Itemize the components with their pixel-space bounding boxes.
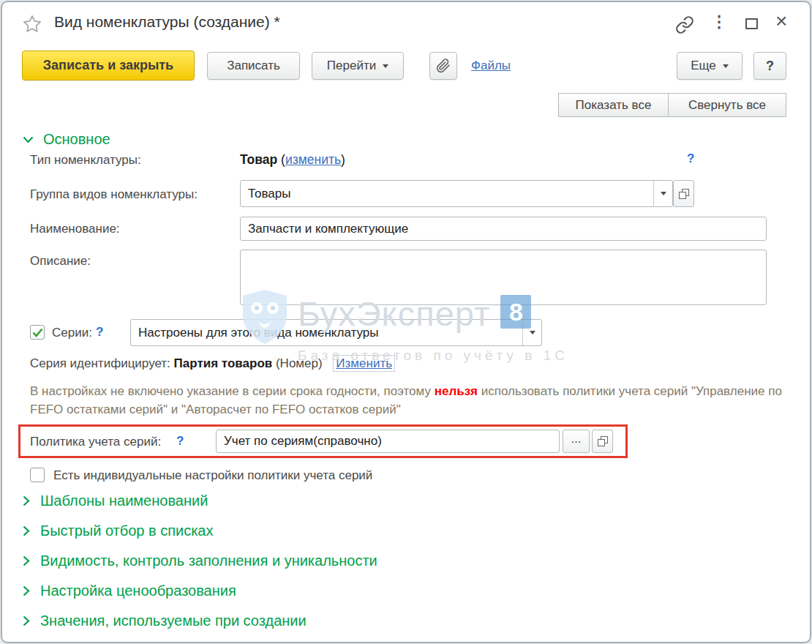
section-label: Видимость, контроль заполнения и уникаль… [40,553,377,569]
policy-input[interactable] [216,430,560,453]
group-open-button[interactable] [673,180,694,207]
paperclip-icon [436,59,451,73]
policy-highlight-frame: Политика учета серий: ? ... [18,424,628,458]
name-label: Наименование: [30,222,120,236]
warning-part1: В настройках не включено указание в сери… [30,384,435,398]
section-name-templates[interactable]: Шаблоны наименований [23,486,377,516]
group-value[interactable]: Товары [241,181,653,206]
view-button-group: Показать все Свернуть все [558,93,786,117]
description-textarea[interactable] [240,250,767,305]
section-main-header[interactable]: Основное [23,131,110,148]
section-main-label: Основное [43,131,110,148]
identifies-suffix: (Номер) [276,356,323,370]
page-title: Вид номенклатуры (создание) * [54,13,280,31]
chevron-right-icon [23,615,30,626]
section-label: Шаблоны наименований [40,493,208,509]
more-button[interactable]: Еще [677,52,743,80]
attachment-button[interactable] [429,52,457,80]
collapse-all-button[interactable]: Свернуть все [668,93,786,117]
open-value-icon [679,189,689,199]
section-visibility-control[interactable]: Видимость, контроль заполнения и уникаль… [23,546,377,576]
checkmark-icon [32,328,43,337]
goto-button[interactable]: Перейти [312,52,404,80]
group-combobox[interactable]: Товары [240,180,673,207]
maximize-icon[interactable] [745,18,758,29]
goto-label: Перейти [327,59,376,73]
chevron-down-icon [383,64,388,68]
chevron-down-icon [661,192,666,195]
description-label: Описание: [30,254,91,269]
kebab-menu-icon[interactable]: ⋮ [710,12,728,31]
save-label: Записать [227,59,280,73]
type-label: Тип номенклатуры: [30,153,141,168]
favorite-star-icon[interactable] [22,14,42,34]
type-value-text: Товар [240,152,277,167]
section-label: Значения, используемые при создании [40,613,307,629]
chevron-right-icon [23,525,30,536]
copy-link-icon[interactable] [674,15,696,34]
individual-settings-checkbox[interactable] [30,468,45,482]
chevron-right-icon [23,555,30,566]
chevron-down-icon [530,331,535,334]
show-all-button[interactable]: Показать все [558,93,668,117]
warning-red-word: нельзя [435,384,478,398]
help-button[interactable]: ? [753,52,786,80]
identifies-label: Серия идентифицирует: [30,356,170,370]
group-dropdown-button[interactable] [653,181,672,206]
series-warning-text: В настройках не включено указание в сери… [30,382,791,419]
open-value-icon [598,436,608,446]
section-pricing-setup[interactable]: Настройка ценообразования [23,576,377,606]
save-button[interactable]: Записать [207,52,300,80]
chevron-right-icon [23,495,30,506]
type-change-link[interactable]: изменить [285,152,341,167]
name-input[interactable] [240,217,767,241]
more-label: Еще [691,59,716,73]
chevron-right-icon [23,585,30,596]
section-creation-values[interactable]: Значения, используемые при создании [23,606,377,636]
series-mode-value[interactable]: Настроены для этого вида номенклатуры [131,320,522,345]
group-label: Группа видов номенклатуры: [30,187,198,202]
save-and-close-button[interactable]: Записать и закрыть [22,50,195,80]
policy-label: Политика учета серий: [30,435,161,449]
chevron-down-icon [23,136,34,143]
policy-choose-button[interactable]: ... [563,430,590,453]
series-help-icon[interactable]: ? [96,325,103,340]
section-quick-filter[interactable]: Быстрый отбор в списках [23,516,377,546]
individual-settings-label: Есть индивидуальные настройки политики у… [53,468,372,483]
series-identifies-row: Серия идентифицирует: Партия товаров (Но… [30,356,395,371]
series-label: Серии: [52,326,92,340]
identifies-value: Партия товаров [174,356,273,370]
policy-help-icon[interactable]: ? [176,434,184,449]
policy-open-button[interactable] [592,430,613,453]
window-nomenclature-type: Вид номенклатуры (создание) * ⋮ × Записа… [1,1,811,643]
files-link[interactable]: Файлы [471,59,511,73]
series-mode-combobox[interactable]: Настроены для этого вида номенклатуры [130,319,542,346]
save-and-close-label: Записать и закрыть [43,58,173,73]
type-value: Товар (изменить) [240,152,345,168]
section-label: Настройка ценообразования [40,583,236,599]
series-change-link[interactable]: Изменить [333,355,395,372]
close-icon[interactable]: × [775,10,787,33]
section-label: Быстрый отбор в списках [40,523,213,539]
type-help-icon[interactable]: ? [687,151,694,166]
chevron-down-icon [723,64,729,68]
series-checkbox[interactable] [30,325,45,340]
paren: ) [341,152,345,167]
collapsed-sections: Шаблоны наименований Быстрый отбор в спи… [23,486,377,636]
series-mode-dropdown-button[interactable] [522,320,541,345]
